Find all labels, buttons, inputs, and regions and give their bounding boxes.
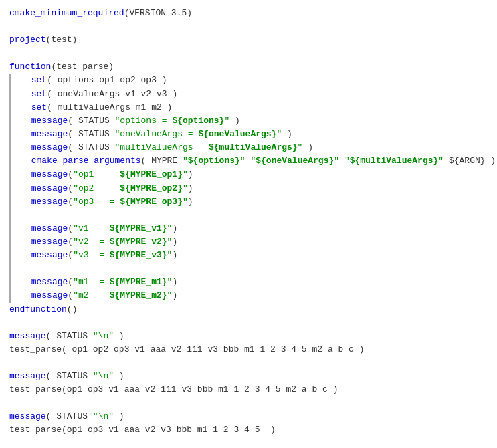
blank-line-4 xyxy=(9,356,488,370)
line-endfunction: endfunction() xyxy=(9,303,488,316)
line-msg-op2: message("op2 = ${MYPRE_op2}") xyxy=(11,182,496,195)
line-testparse-1: test_parse( op1 op2 op3 v1 aaa v2 111 v3… xyxy=(9,343,488,356)
line-msg-newline-2: message( STATUS "\n" ) xyxy=(9,370,488,383)
function-lines: set( options op1 op2 op3 ) set( oneValue… xyxy=(11,74,496,302)
line-msg-v3: message("v3 = ${MYPRE_v3}") xyxy=(11,249,496,262)
line-msg-v1: message("v1 = ${MYPRE_v1}") xyxy=(11,222,496,235)
line-msg-multivalueargs: message( STATUS "multiValueArgs = ${mult… xyxy=(11,141,496,154)
blank-line-3 xyxy=(9,316,488,330)
blank-inner-1 xyxy=(11,209,496,222)
line-msg-v2: message("v2 = ${MYPRE_v2}") xyxy=(11,235,496,249)
line-set-options: set( options op1 op2 op3 ) xyxy=(11,74,496,87)
code-container: cmake_minimum_required(VERSION 3.5) proj… xyxy=(0,0,497,448)
line-set-multivalueargs: set( multiValueArgs m1 m2 ) xyxy=(11,101,496,114)
line-msg-options: message( STATUS "options = ${options}" ) xyxy=(11,114,496,128)
function-body: set( options op1 op2 op3 ) set( oneValue… xyxy=(9,74,488,302)
line-msg-op1: message("op1 = ${MYPRE_op1}") xyxy=(11,168,496,181)
line-testparse-3: test_parse(op1 op3 v1 aaa v2 v3 bbb m1 1… xyxy=(9,423,488,437)
blank-inner-2 xyxy=(11,262,496,275)
line-testparse-2: test_parse(op1 op3 v1 aaa v2 111 v3 bbb … xyxy=(9,383,488,397)
line-cmake-min: cmake_minimum_required(VERSION 3.5) xyxy=(9,7,488,20)
line-msg-newline-1: message( STATUS "\n" ) xyxy=(9,330,488,343)
line-project: project(test) xyxy=(9,33,488,47)
line-cmake-parse: cmake_parse_arguments( MYPRE "${options}… xyxy=(11,154,496,168)
line-msg-onevalueargs: message( STATUS "oneValueArgs = ${oneVal… xyxy=(11,128,496,141)
blank-line-6 xyxy=(9,437,488,448)
line-function-start: function(test_parse) xyxy=(9,60,488,74)
line-msg-op3: message("op3 = ${MYPRE_op3}") xyxy=(11,195,496,209)
blank-line-1 xyxy=(9,20,488,33)
line-msg-newline-3: message( STATUS "\n" ) xyxy=(9,410,488,423)
line-msg-m1: message("m1 = ${MYPRE_m1}") xyxy=(11,275,496,289)
blank-line-5 xyxy=(9,397,488,410)
line-msg-m2: message("m2 = ${MYPRE_m2}") xyxy=(11,289,496,302)
line-set-onevalueargs: set( oneValueArgs v1 v2 v3 ) xyxy=(11,88,496,101)
blank-line-2 xyxy=(9,47,488,60)
